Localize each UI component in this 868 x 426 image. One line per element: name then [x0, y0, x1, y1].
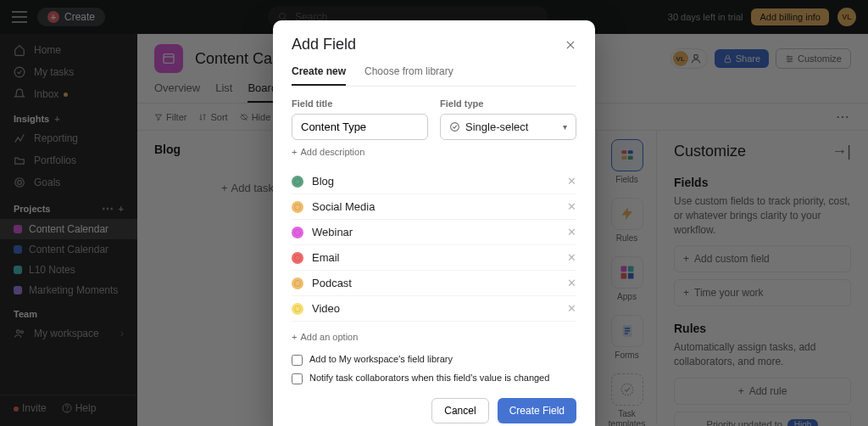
option-row[interactable]: Blog✕	[292, 169, 576, 194]
option-color-icon	[292, 176, 303, 188]
tab-choose-library[interactable]: Choose from library	[364, 65, 453, 86]
remove-option-button[interactable]: ✕	[567, 226, 576, 238]
cancel-button[interactable]: Cancel	[431, 398, 488, 423]
checkbox-input[interactable]	[292, 355, 303, 366]
remove-option-button[interactable]: ✕	[567, 277, 576, 289]
remove-option-button[interactable]: ✕	[567, 251, 576, 264]
modal-tabs: Create new Choose from library	[292, 65, 576, 87]
svg-point-35	[451, 123, 459, 132]
field-title-input[interactable]	[292, 114, 428, 140]
plus-icon: +	[292, 332, 297, 342]
field-type-select[interactable]: Single-select ▾	[440, 114, 576, 140]
remove-option-button[interactable]: ✕	[567, 175, 576, 188]
option-color-icon	[292, 201, 303, 213]
add-description-button[interactable]: +Add description	[292, 147, 576, 157]
option-list: Blog✕ Social Media✕ Webinar✕ Email✕ Podc…	[292, 169, 576, 322]
notify-collaborators-checkbox[interactable]: Notify task collaborators when this fiel…	[292, 373, 576, 384]
add-to-library-checkbox[interactable]: Add to My workspace's field library	[292, 354, 576, 366]
modal-title: Add Field	[292, 36, 356, 53]
remove-option-button[interactable]: ✕	[567, 302, 576, 315]
checkbox-input[interactable]	[292, 373, 303, 384]
add-field-modal: Add Field Create new Choose from library…	[273, 20, 595, 426]
close-button[interactable]	[565, 39, 576, 51]
field-type-label: Field type	[440, 98, 576, 109]
option-row[interactable]: Email✕	[292, 245, 576, 271]
close-icon	[565, 39, 576, 51]
option-row[interactable]: Podcast✕	[292, 271, 576, 296]
option-color-icon	[292, 277, 303, 289]
create-field-button[interactable]: Create Field	[498, 398, 576, 423]
option-color-icon	[292, 303, 303, 315]
plus-icon: +	[292, 147, 297, 157]
field-title-label: Field title	[292, 98, 428, 109]
option-color-icon	[292, 252, 303, 264]
add-option-button[interactable]: +Add an option	[292, 327, 576, 347]
option-row[interactable]: Video✕	[292, 296, 576, 322]
single-select-icon	[449, 121, 460, 132]
option-color-icon	[292, 227, 303, 238]
tab-create-new[interactable]: Create new	[292, 65, 346, 86]
chevron-down-icon: ▾	[563, 122, 567, 132]
option-row[interactable]: Webinar✕	[292, 220, 576, 245]
option-row[interactable]: Social Media✕	[292, 194, 576, 220]
remove-option-button[interactable]: ✕	[567, 200, 576, 213]
